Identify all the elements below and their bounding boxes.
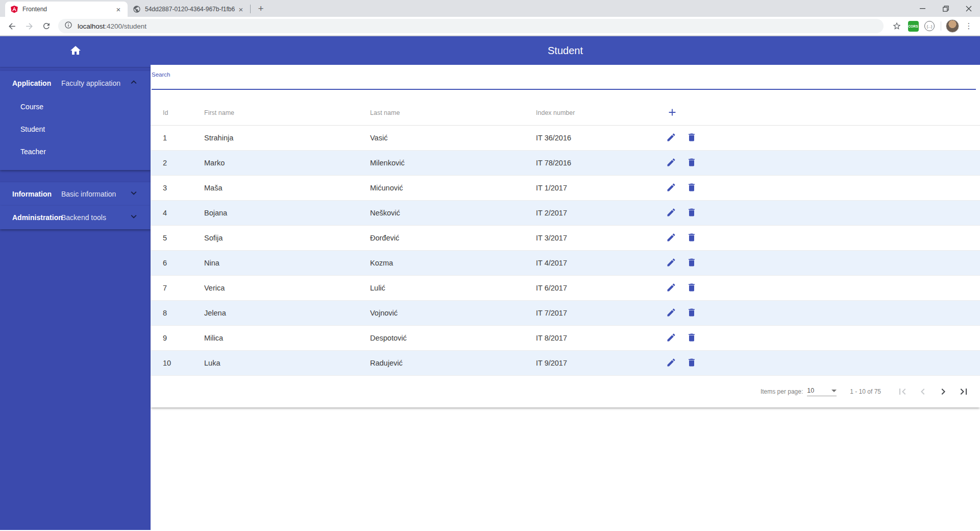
pencil-icon bbox=[666, 157, 676, 169]
table-row: 8 Jelena Vojnović IT 7/2017 bbox=[151, 301, 980, 326]
url-bar[interactable]: localhost:4200/student bbox=[58, 19, 884, 33]
trash-icon bbox=[687, 307, 697, 319]
pencil-icon bbox=[666, 232, 676, 244]
toolbar-divider bbox=[941, 21, 941, 31]
browser-tab-uuid[interactable]: 54dd2887-0120-4364-967b-f1fb6 × bbox=[128, 2, 250, 17]
trash-icon bbox=[687, 232, 697, 244]
tab-close-icon[interactable]: × bbox=[114, 5, 122, 13]
cell-index-number: IT 8/2017 bbox=[536, 334, 661, 342]
plus-icon bbox=[667, 107, 678, 119]
last-page-button[interactable] bbox=[953, 381, 974, 402]
browser-tab-frontend[interactable]: Frontend × bbox=[5, 2, 128, 17]
delete-button[interactable] bbox=[681, 278, 702, 298]
app-root: Application Faculty application Course S… bbox=[0, 36, 980, 530]
column-header-first-name: First name bbox=[204, 109, 370, 116]
delete-button[interactable] bbox=[681, 203, 702, 223]
delete-button[interactable] bbox=[681, 303, 702, 323]
cell-last-name: Milenković bbox=[370, 159, 536, 167]
new-tab-button[interactable]: + bbox=[254, 2, 268, 16]
add-student-button[interactable] bbox=[662, 103, 682, 123]
edit-button[interactable] bbox=[661, 128, 681, 148]
cell-first-name: Marko bbox=[204, 159, 370, 167]
trash-icon bbox=[687, 357, 697, 369]
cell-last-name: Mićunović bbox=[370, 184, 536, 192]
delete-button[interactable] bbox=[681, 128, 702, 148]
browser-toolbar: localhost:4200/student CORS {...} ⋮ bbox=[0, 17, 980, 36]
panel-administration-header[interactable]: Administration Backend tools bbox=[0, 206, 151, 229]
cors-extension-icon[interactable]: CORS bbox=[906, 19, 920, 33]
table-row: 5 Sofija Đorđević IT 3/2017 bbox=[151, 226, 980, 251]
angular-logo-icon bbox=[10, 5, 18, 13]
delete-button[interactable] bbox=[681, 353, 702, 373]
paginator: Items per page: 10 1 - 10 of 75 bbox=[151, 376, 980, 407]
reload-button[interactable] bbox=[39, 18, 54, 34]
tab-title: Frontend bbox=[22, 6, 114, 13]
table-body: 1 Strahinja Vasić IT 36/2016 bbox=[151, 126, 980, 376]
table-row: 9 Milica Despotović IT 8/2017 bbox=[151, 326, 980, 351]
previous-page-button[interactable] bbox=[913, 381, 933, 402]
delete-button[interactable] bbox=[681, 328, 702, 348]
cell-id: 3 bbox=[151, 184, 204, 192]
home-button[interactable] bbox=[64, 40, 87, 63]
next-page-button[interactable] bbox=[933, 381, 953, 402]
home-icon bbox=[69, 44, 82, 59]
braces-extension-icon[interactable]: {...} bbox=[922, 19, 937, 33]
table-header-row: Id First name Last name Index number bbox=[151, 101, 980, 126]
pencil-icon bbox=[666, 182, 676, 194]
cell-id: 5 bbox=[151, 234, 204, 242]
edit-button[interactable] bbox=[661, 253, 681, 273]
chevron-down-icon bbox=[128, 187, 139, 201]
sidebar-item-course[interactable]: Course bbox=[0, 95, 151, 118]
chevron-up-icon bbox=[128, 77, 139, 90]
window-close-button[interactable] bbox=[957, 0, 980, 17]
edit-button[interactable] bbox=[661, 228, 681, 248]
cell-first-name: Nina bbox=[204, 259, 370, 267]
tab-close-icon[interactable]: × bbox=[237, 5, 245, 13]
trash-icon bbox=[687, 207, 697, 219]
cell-last-name: Đorđević bbox=[370, 234, 536, 242]
delete-button[interactable] bbox=[681, 178, 702, 198]
delete-button[interactable] bbox=[681, 153, 702, 173]
panel-description: Faculty application bbox=[61, 79, 128, 87]
window-minimize-button[interactable] bbox=[911, 0, 934, 17]
pencil-icon bbox=[666, 132, 676, 144]
cell-id: 8 bbox=[151, 309, 204, 317]
cell-index-number: IT 78/2016 bbox=[536, 159, 661, 167]
edit-button[interactable] bbox=[661, 178, 681, 198]
delete-button[interactable] bbox=[681, 253, 702, 273]
search-input[interactable] bbox=[152, 78, 976, 90]
cell-first-name: Luka bbox=[204, 359, 370, 367]
pencil-icon bbox=[666, 282, 676, 294]
window-restore-button[interactable] bbox=[934, 0, 957, 17]
cell-id: 9 bbox=[151, 334, 204, 342]
trash-icon bbox=[687, 257, 697, 269]
sidebar-item-student[interactable]: Student bbox=[0, 118, 151, 140]
panel-application-header[interactable]: Application Faculty application bbox=[0, 71, 151, 95]
back-button[interactable] bbox=[4, 18, 19, 34]
edit-button[interactable] bbox=[661, 328, 681, 348]
first-page-button[interactable] bbox=[892, 381, 913, 402]
sidenav: Application Faculty application Course S… bbox=[0, 36, 151, 530]
edit-button[interactable] bbox=[661, 278, 681, 298]
edit-button[interactable] bbox=[661, 203, 681, 223]
browser-menu-icon[interactable]: ⋮ bbox=[962, 19, 976, 33]
page-size-select[interactable]: 10 bbox=[807, 387, 837, 396]
cell-first-name: Verica bbox=[204, 284, 370, 292]
sidebar-item-teacher[interactable]: Teacher bbox=[0, 140, 151, 163]
profile-avatar[interactable] bbox=[945, 19, 960, 33]
cell-last-name: Kozma bbox=[370, 259, 536, 267]
panel-information-header[interactable]: Information Basic information bbox=[0, 182, 151, 206]
cell-id: 10 bbox=[151, 359, 204, 367]
cell-index-number: IT 1/2017 bbox=[536, 184, 661, 192]
delete-button[interactable] bbox=[681, 228, 702, 248]
window-controls bbox=[911, 0, 980, 17]
cell-id: 2 bbox=[151, 159, 204, 167]
cell-first-name: Bojana bbox=[204, 209, 370, 217]
edit-button[interactable] bbox=[661, 303, 681, 323]
bookmark-star-icon[interactable] bbox=[890, 19, 904, 33]
pencil-icon bbox=[666, 357, 676, 369]
edit-button[interactable] bbox=[661, 353, 681, 373]
edit-button[interactable] bbox=[661, 153, 681, 173]
forward-button[interactable] bbox=[21, 18, 37, 34]
page-info-icon[interactable] bbox=[64, 21, 72, 31]
